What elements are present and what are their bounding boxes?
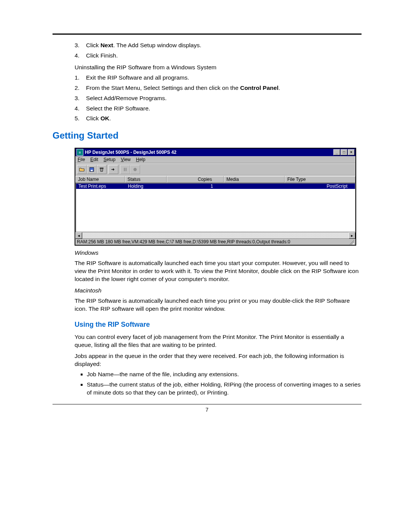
mac-body: The RIP Software is automatically launch… [75, 297, 362, 313]
menu-help[interactable]: Help [136, 157, 145, 162]
list-num: 4. [75, 52, 81, 60]
uninstall-heading: Uninstalling the RIP Software from a Win… [75, 64, 362, 72]
pause-icon[interactable] [120, 165, 130, 174]
save-icon[interactable] [87, 165, 97, 174]
window-title: HP DesignJet 500PS - DesignJet 500PS 42 [85, 150, 333, 155]
mac-subhead: Macintosh [75, 287, 362, 294]
maximize-button[interactable]: □ [341, 149, 347, 155]
svg-rect-2 [124, 168, 125, 171]
col-copies[interactable]: Copies [167, 176, 224, 183]
toolbar [75, 163, 355, 176]
col-status[interactable]: Status [125, 176, 167, 183]
resize-grip-icon[interactable] [349, 239, 354, 244]
table-row[interactable]: Test Print.eps Holding 1 PostScript [76, 184, 355, 189]
menu-file[interactable]: File [78, 157, 85, 162]
menu-setup[interactable]: Setup [104, 157, 115, 162]
p1: You can control every facet of job manag… [75, 333, 362, 349]
heading-getting-started: Getting Started [53, 130, 362, 141]
list-item: Job Name—the name of the file, including… [87, 371, 362, 379]
minimize-button[interactable]: _ [333, 149, 340, 155]
list-num: 3. [75, 42, 81, 50]
send-icon[interactable] [108, 165, 118, 174]
scroll-track[interactable] [82, 232, 349, 238]
menubar: File Edit Setup View Help [75, 156, 355, 163]
titlebar[interactable]: ≡ HP DesignJet 500PS - DesignJet 500PS 4… [75, 149, 355, 156]
scroll-left-icon[interactable]: ◄ [75, 232, 82, 239]
col-media[interactable]: Media [224, 176, 285, 183]
svg-rect-3 [126, 168, 127, 171]
uninstall-list: 1.Exit the RIP Software and all programs… [75, 74, 362, 123]
svg-point-4 [134, 168, 137, 171]
list-item: Status—the current status of the job, ei… [87, 381, 362, 397]
bottom-rule [53, 404, 362, 404]
stop-icon[interactable] [130, 165, 140, 174]
delete-icon[interactable] [97, 165, 107, 174]
menu-view[interactable]: View [121, 157, 131, 162]
info-bullets: Job Name—the name of the file, including… [75, 371, 362, 397]
open-icon[interactable] [77, 165, 87, 174]
p2: Jobs appear in the queue in the order th… [75, 352, 362, 368]
heading-using-rip: Using the RIP Software [75, 321, 362, 329]
column-headers: Job Name Status Copies Media File Type [75, 176, 355, 183]
windows-body: The RIP Software is automatically launch… [75, 259, 362, 283]
h-scrollbar[interactable]: ◄ ► [75, 232, 355, 238]
windows-subhead: Windows [75, 249, 362, 256]
top-rule [53, 34, 362, 35]
scroll-right-icon[interactable]: ► [349, 232, 355, 239]
menu-edit[interactable]: Edit [90, 157, 98, 162]
app-icon: ≡ [76, 149, 83, 156]
list-text: Click Next. The Add Setup window display… [86, 42, 201, 50]
job-list[interactable]: Test Print.eps Holding 1 PostScript [75, 183, 355, 232]
app-window: ≡ HP DesignJet 500PS - DesignJet 500PS 4… [75, 148, 356, 246]
list-text: Click Finish. [86, 52, 118, 60]
close-button[interactable]: × [348, 149, 355, 155]
statusbar: RAM:256 MB 180 MB free,VM:429 MB free,C:… [75, 238, 355, 245]
svg-rect-1 [91, 170, 92, 171]
page-number: 7 [53, 407, 362, 413]
status-text: RAM:256 MB 180 MB free,VM:429 MB free,C:… [77, 239, 290, 244]
continued-list: 3. Click Next. The Add Setup window disp… [75, 42, 362, 60]
col-jobname[interactable]: Job Name [75, 176, 125, 183]
col-filetype[interactable]: File Type [285, 176, 355, 183]
